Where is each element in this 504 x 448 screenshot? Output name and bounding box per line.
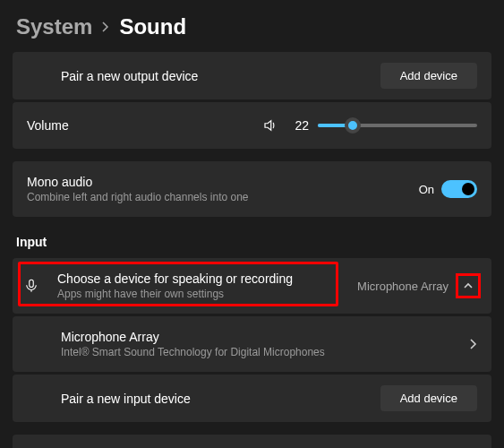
breadcrumb-current: Sound [119, 14, 186, 39]
input-device-row[interactable]: Microphone Array Intel® Smart Sound Tech… [13, 316, 491, 372]
collapse-button[interactable] [456, 273, 481, 298]
output-volume-slider[interactable] [318, 124, 477, 127]
chevron-up-icon [463, 281, 474, 290]
input-device-sub: Intel® Smart Sound Technology for Digita… [61, 346, 325, 358]
chevron-right-icon [468, 339, 477, 349]
choose-input-row[interactable]: Choose a device for speaking or recordin… [13, 258, 491, 314]
choose-input-title: Choose a device for speaking or recordin… [57, 271, 293, 286]
chevron-right-icon [101, 22, 110, 32]
choose-input-selected: Microphone Array [357, 280, 448, 293]
svg-rect-0 [30, 280, 34, 287]
pair-input-title: Pair a new input device [61, 392, 191, 406]
output-volume-label: Volume [27, 118, 69, 133]
output-volume-value: 22 [287, 118, 309, 133]
mono-audio-toggle[interactable] [441, 180, 477, 198]
microphone-icon [23, 278, 39, 294]
mono-audio-state: On [419, 183, 434, 196]
choose-input-sub: Apps might have their own settings [57, 288, 293, 300]
pair-output-row: Pair a new output device Add device [13, 52, 491, 99]
mono-audio-row[interactable]: Mono audio Combine left and right audio … [13, 161, 491, 217]
output-volume-row: Volume 22 [13, 102, 491, 149]
input-device-title: Microphone Array [61, 330, 325, 344]
input-volume-row: Volume 100 [13, 435, 491, 448]
breadcrumb-parent[interactable]: System [16, 14, 92, 39]
pair-input-row: Pair a new input device Add device [13, 375, 491, 422]
pair-output-title: Pair a new output device [61, 69, 198, 83]
input-section-label: Input [13, 217, 491, 258]
add-output-device-button[interactable]: Add device [380, 63, 477, 89]
add-input-device-button[interactable]: Add device [380, 385, 477, 411]
mono-audio-title: Mono audio [27, 175, 249, 189]
breadcrumb: System Sound [0, 0, 504, 52]
mono-audio-sub: Combine left and right audio channels in… [27, 191, 249, 203]
speaker-icon[interactable] [262, 117, 278, 134]
